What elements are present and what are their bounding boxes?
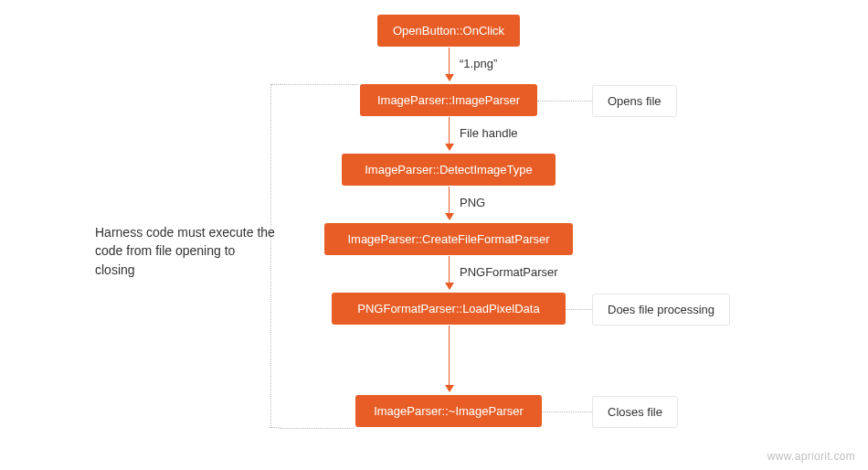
edge-label-pngformatparser: PNGFormatParser bbox=[460, 265, 558, 279]
side-label-opens-file: Opens file bbox=[592, 85, 677, 117]
node-detectimagetype: ImageParser::DetectImageType bbox=[342, 154, 556, 186]
side-label-closes-file: Closes file bbox=[592, 396, 678, 428]
node-label: ImageParser::ImageParser bbox=[377, 93, 520, 107]
bracket-top bbox=[280, 84, 358, 85]
side-label-text: Opens file bbox=[608, 94, 662, 108]
arrow-4 bbox=[449, 256, 450, 289]
diagram-container: OpenButton::OnClick ImageParser::ImagePa… bbox=[0, 0, 868, 470]
edge-label-filehandle: File handle bbox=[460, 126, 518, 140]
node-imageparser-dtor: ImageParser::~ImageParser bbox=[355, 395, 542, 427]
side-label-does-processing: Does file processing bbox=[592, 294, 730, 326]
node-createfileformatparser: ImageParser::CreateFileFormatParser bbox=[324, 223, 573, 255]
bracket-bottom bbox=[280, 428, 354, 429]
arrow-2 bbox=[449, 117, 450, 150]
edge-label-png: PNG bbox=[460, 196, 485, 209]
arrow-3 bbox=[449, 187, 450, 219]
dotted-connector-1 bbox=[537, 101, 592, 101]
arrow-5 bbox=[449, 326, 450, 391]
node-label: ImageParser::~ImageParser bbox=[374, 404, 524, 418]
left-note-text: Harness code must execute the code from … bbox=[95, 225, 275, 277]
node-label: ImageParser::CreateFileFormatParser bbox=[347, 232, 549, 246]
side-label-text: Does file processing bbox=[608, 303, 715, 316]
edge-label-filename: 1.png bbox=[460, 57, 497, 70]
dotted-connector-2 bbox=[566, 309, 592, 310]
node-label: PNGFormatParser::LoadPixelData bbox=[357, 302, 539, 315]
node-imageparser-ctor: ImageParser::ImageParser bbox=[360, 84, 537, 116]
watermark: www.apriorit.com bbox=[767, 450, 855, 463]
arrow-1 bbox=[449, 48, 450, 80]
left-note: Harness code must execute the code from … bbox=[95, 223, 278, 279]
dotted-connector-3 bbox=[542, 411, 592, 412]
side-label-text: Closes file bbox=[608, 405, 662, 419]
node-openbutton-onclick: OpenButton::OnClick bbox=[377, 15, 520, 47]
node-label: ImageParser::DetectImageType bbox=[365, 163, 533, 176]
node-label: OpenButton::OnClick bbox=[393, 24, 504, 37]
node-loadpixeldata: PNGFormatParser::LoadPixelData bbox=[332, 293, 566, 325]
